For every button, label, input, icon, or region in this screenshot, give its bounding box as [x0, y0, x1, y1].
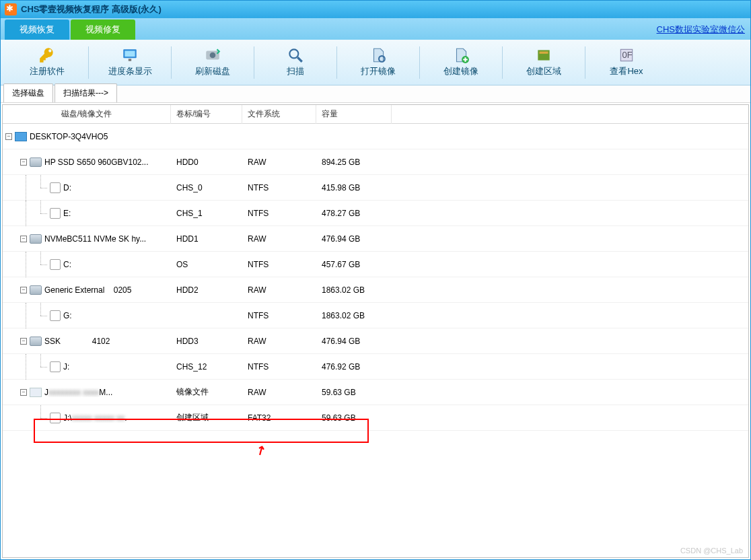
- checkbox-icon[interactable]: [50, 208, 61, 219]
- register-button[interactable]: 注册软件: [7, 41, 87, 83]
- create-image-icon: [452, 46, 470, 64]
- disk-row[interactable]: −HP SSD S650 960GBV102... HDD0 RAW 894.2…: [3, 149, 748, 175]
- partition-row[interactable]: E: CHS_1 NTFS 478.27 GB: [3, 201, 748, 226]
- disk-list-panel: 磁盘/镜像文件 卷标/编号 文件系统 容量 −DESKTOP-3Q4VHO5 −…: [2, 104, 749, 558]
- svg-rect-9: [540, 52, 548, 54]
- toolbar: 注册软件 进度条显示 刷新磁盘 扫描 打开镜像 创建镜像 创建区域 0F查看He…: [1, 40, 750, 85]
- hex-icon: 0F: [618, 46, 635, 64]
- region-icon: [535, 46, 552, 64]
- open-image-button[interactable]: 打开镜像: [338, 41, 418, 83]
- redacted-text: xxxxx xxxxx xx: [72, 413, 125, 423]
- svg-text:0F: 0F: [622, 50, 633, 60]
- tree-root[interactable]: −DESKTOP-3Q4VHO5: [3, 124, 748, 149]
- disk-row[interactable]: −Generic External 0205 HDD2 RAW 1863.02 …: [3, 277, 748, 303]
- disk-icon: [30, 337, 42, 346]
- svg-point-4: [210, 53, 216, 59]
- checkbox-icon[interactable]: [50, 182, 61, 193]
- checkbox-icon[interactable]: [50, 361, 61, 372]
- scan-button[interactable]: 扫描: [256, 41, 335, 83]
- col-fs[interactable]: 文件系统: [242, 105, 316, 124]
- partition-row[interactable]: J: CHS_12 NTFS 476.92 GB: [3, 354, 748, 380]
- collapse-icon[interactable]: −: [20, 159, 27, 166]
- column-headers: 磁盘/镜像文件 卷标/编号 文件系统 容量: [3, 105, 748, 124]
- disk-row[interactable]: −SSK 4102 HDD3 RAW 476.94 GB: [3, 328, 748, 354]
- disk-icon: [30, 285, 42, 295]
- redacted-text: xxxxxxxx xxxx: [48, 388, 99, 397]
- checkbox-icon[interactable]: [50, 259, 61, 270]
- watermark: CSDN @CHS_Lab: [680, 547, 743, 555]
- collapse-icon[interactable]: −: [20, 389, 27, 396]
- tree-rows: −DESKTOP-3Q4VHO5 −HP SSD S650 960GBV102.…: [3, 124, 748, 557]
- computer-icon: [15, 132, 27, 141]
- create-region-button[interactable]: 创建区域: [504, 41, 583, 83]
- progress-button[interactable]: 进度条显示: [90, 41, 170, 83]
- col-size[interactable]: 容量: [316, 105, 392, 124]
- checkbox-icon[interactable]: [50, 310, 61, 321]
- open-image-icon: [369, 46, 387, 64]
- monitor-icon: [121, 46, 139, 64]
- disk-refresh-icon: [204, 46, 221, 64]
- panel-tabs: 选择磁盘 扫描结果--->: [1, 85, 750, 103]
- wechat-link[interactable]: CHS数据实验室微信公: [657, 24, 745, 36]
- disk-icon: [30, 158, 42, 167]
- collapse-icon[interactable]: −: [5, 133, 12, 140]
- col-name[interactable]: 磁盘/镜像文件: [3, 105, 171, 124]
- window-title: CHS零壹视频恢复程序 高级版(永久): [21, 3, 162, 15]
- checkbox-icon[interactable]: [50, 413, 61, 423]
- disk-icon: [30, 234, 42, 244]
- tab-scan-results[interactable]: 扫描结果--->: [55, 83, 117, 102]
- partition-row[interactable]: D: CHS_0 NTFS 415.98 GB: [3, 175, 748, 201]
- collapse-icon[interactable]: −: [20, 236, 27, 242]
- view-hex-button[interactable]: 0F查看Hex: [587, 41, 666, 83]
- magnifier-icon: [287, 46, 304, 64]
- svg-rect-1: [124, 51, 135, 57]
- app-logo-icon: [5, 3, 17, 15]
- titlebar: CHS零壹视频恢复程序 高级版(永久): [1, 1, 750, 18]
- col-label[interactable]: 卷标/编号: [171, 105, 242, 124]
- image-row[interactable]: −Jxxxxxxxx xxxxM... 镜像文件 RAW 59.63 GB: [3, 380, 748, 405]
- collapse-icon[interactable]: −: [20, 287, 27, 293]
- create-image-button[interactable]: 创建镜像: [421, 41, 501, 83]
- tab-video-recover[interactable]: 视频恢复: [5, 20, 69, 40]
- arrow-annotation: ↗: [253, 442, 269, 460]
- mode-tabs: 视频恢复 视频修复 CHS数据实验室微信公: [1, 18, 750, 40]
- disk-row[interactable]: −NVMeBC511 NVMe SK hy... HDD1 RAW 476.94…: [3, 226, 748, 252]
- svg-point-5: [289, 49, 298, 58]
- region-row[interactable]: J:\xxxxx xxxxx xx. 创建区域 FAT32 59.63 GB: [3, 405, 748, 431]
- refresh-disk-button[interactable]: 刷新磁盘: [173, 41, 252, 83]
- tab-video-repair[interactable]: 视频修复: [71, 20, 135, 40]
- tab-select-disk[interactable]: 选择磁盘: [3, 83, 53, 102]
- partition-row[interactable]: G: NTFS 1863.02 GB: [3, 303, 748, 328]
- image-file-icon: [30, 388, 42, 397]
- key-icon: [38, 46, 56, 64]
- svg-rect-2: [129, 59, 131, 61]
- collapse-icon[interactable]: −: [20, 338, 27, 345]
- partition-row[interactable]: C: OS NTFS 457.67 GB: [3, 252, 748, 277]
